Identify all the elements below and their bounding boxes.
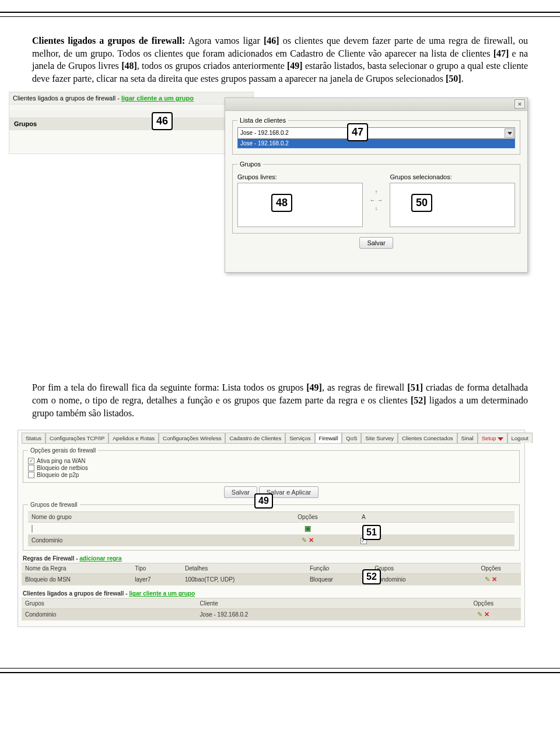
move-buttons: ↑ ← → ↓ [370,189,383,212]
annotation-52: 52 [362,569,381,584]
input-nome-grupo[interactable] [32,525,33,532]
link-ligar-cliente-grupo[interactable]: ligar cliente a um grupo [129,590,195,597]
save-button[interactable]: Salvar [359,237,393,249]
label-grupos-selecionados: Grupos selecionados: [390,173,515,180]
screenshot-1: Clientes ligados a grupos de firewall - … [32,92,528,278]
p1-bold: Clientes ligados a grupos de firewall: [32,36,185,46]
listbox-grupos-livres[interactable] [237,183,363,227]
chevron-down-icon [498,437,503,441]
dialog-ligar-cliente: × Lista de clientes Jose - 192.168.0.2 J… [225,98,528,273]
clients-title: Clientes ligados a grupos de firewall - … [23,590,521,597]
label-grupos-livres: Grupos livres: [237,173,363,180]
screenshot-2: Status Configurações TCP/IP Apelidos e R… [18,430,525,627]
combobox-option-selected[interactable]: Jose - 192.168.0.2 [237,138,515,148]
tab-status[interactable]: Status [22,433,46,443]
annotation-51: 51 [362,525,381,540]
col-nome-grupo: Nome do grupo [28,512,271,523]
tab-servicos[interactable]: Serviços [285,433,314,443]
annotation-48: 48 [271,194,292,212]
listbox-grupos-selecionados[interactable] [390,183,515,227]
col-a: A [344,512,383,523]
intro-paragraph-2: Por fim a tela do firewall fica da segui… [32,381,528,419]
legend-lista-clientes: Lista de clientes [237,117,288,124]
tab-apelidos[interactable]: Apelidos e Rotas [108,433,159,443]
table-grupos: Nome do grupo Opções A ▣ Condominio ✎ ✕ [28,511,514,546]
edit-icon[interactable]: ✎ [477,611,482,618]
add-icon[interactable]: ▣ [304,524,311,532]
edit-icon[interactable]: ✎ [302,537,307,544]
annotation-46: 46 [152,112,173,130]
chevron-down-icon[interactable] [505,128,514,138]
close-icon[interactable]: × [514,99,525,109]
panel-clients-linked: Clientes ligados a grupos de firewall - … [9,92,254,154]
fieldset-opcoes-gerais: Opções gerais do firewall ✓Ativa ping na… [23,447,520,483]
tab-sitesurvey[interactable]: Site Survey [361,433,398,443]
fieldset-lista-clientes: Lista de clientes Jose - 192.168.0.2 Jos… [232,117,520,155]
delete-icon[interactable]: ✕ [309,537,314,544]
tab-strip: Status Configurações TCP/IP Apelidos e R… [22,433,521,444]
arrow-down-icon[interactable]: ↓ [375,205,378,212]
arrow-left-icon[interactable]: ← → [370,197,383,204]
intro-paragraph-1: Clientes ligados a grupos de firewall: A… [32,34,528,85]
table-regras: Nome da Regra Tipo Detalhes Função Grupo… [22,563,521,586]
legend-opcoes: Opções gerais do firewall [28,447,98,454]
annotation-47: 47 [347,123,368,141]
legend-grupos: Grupos [237,161,263,168]
table-clientes-ligados: Grupos Cliente Opções Condominio Jose - … [22,598,521,621]
delete-icon[interactable]: ✕ [492,576,497,583]
tab-firewall[interactable]: Firewall [315,433,342,443]
fieldset-grupos-firewall: Grupos de firewall Nome do grupo Opções … [23,502,520,551]
annotation-50: 50 [411,194,432,212]
tab-qos[interactable]: QoS [342,433,361,443]
tab-tcpip[interactable]: Configurações TCP/IP [46,433,108,443]
annotation-49: 49 [254,493,273,509]
checkbox-netbios[interactable] [28,465,34,471]
col-opcoes: Opções [271,512,344,523]
checkbox-ping-wan[interactable]: ✓ [28,458,34,464]
rules-title: Regras de Firewall - adicionar regra [23,555,521,562]
edit-icon[interactable]: ✎ [485,576,490,583]
legend-grupos-fw: Grupos de firewall [28,502,80,508]
tab-setup[interactable]: Setup [478,433,508,443]
grupos-header: Grupos [9,117,253,130]
panel-title: Clientes ligados a grupos de firewall - … [9,92,253,105]
save-button[interactable]: Salvar [224,486,257,498]
dialog-titlebar: × [225,98,527,111]
cell-grupo-nome: Condominio [28,535,271,546]
tab-wireless[interactable]: Configurações Wireless [159,433,225,443]
client-combobox[interactable]: Jose - 192.168.0.2 [237,127,515,139]
arrow-up-icon[interactable]: ↑ [375,189,378,196]
tab-logout[interactable]: Logout [508,433,533,443]
tab-clientes-conectados[interactable]: Clientes Conectados [398,433,457,443]
checkbox-p2p[interactable] [28,472,34,478]
link-ligar-cliente[interactable]: ligar cliente a um grupo [121,95,194,102]
tab-cadastro[interactable]: Cadastro de Clientes [225,433,285,443]
link-adicionar-regra[interactable]: adicionar regra [79,555,121,562]
tab-sinal[interactable]: Sinal [457,433,478,443]
delete-icon[interactable]: ✕ [484,611,489,618]
